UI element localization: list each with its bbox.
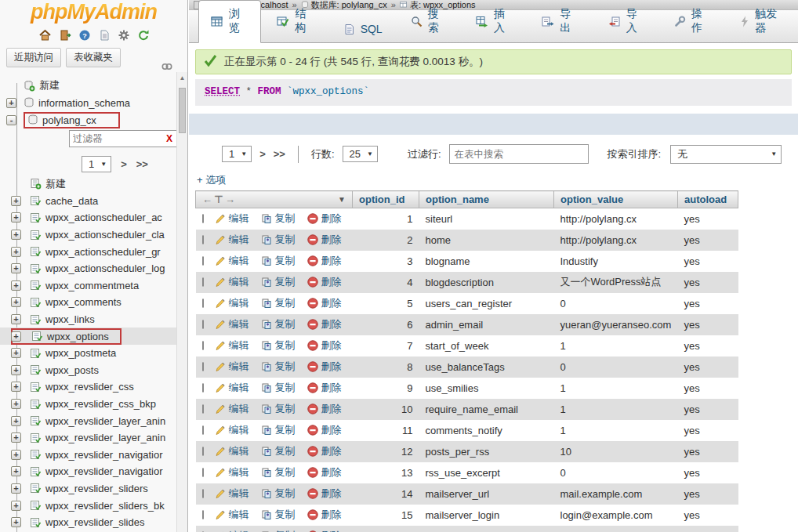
expand-icon[interactable]: + xyxy=(11,331,21,342)
delete-link[interactable]: 删除 xyxy=(307,487,342,501)
expand-icon[interactable]: + xyxy=(11,196,21,206)
tree-table-wpxx_commentmeta[interactable]: +wpxx_commentmeta xyxy=(0,277,176,295)
home-icon[interactable] xyxy=(38,29,52,42)
expand-icon[interactable]: + xyxy=(11,365,21,375)
edit-link[interactable]: 编辑 xyxy=(215,338,249,353)
expand-icon[interactable]: + xyxy=(11,399,21,409)
delete-link[interactable]: 删除 xyxy=(307,233,342,247)
tab-triggers[interactable]: 触发器 xyxy=(727,0,798,42)
row-checkbox[interactable] xyxy=(202,468,204,477)
row-checkbox[interactable] xyxy=(202,425,204,435)
expand-icon[interactable]: + xyxy=(11,247,21,257)
copy-link[interactable]: 复制 xyxy=(261,423,296,437)
row-checkbox[interactable] xyxy=(202,383,204,393)
clear-filter-icon[interactable]: X xyxy=(162,133,176,144)
expand-icon[interactable]: + xyxy=(6,98,16,108)
sql-select-keyword[interactable]: SELECT xyxy=(205,86,240,97)
expand-icon[interactable]: + xyxy=(11,297,21,307)
copy-link[interactable]: 复制 xyxy=(261,360,296,374)
delete-link[interactable]: 删除 xyxy=(307,508,342,522)
row-checkbox[interactable] xyxy=(202,299,204,308)
tree-page-select[interactable]: 1▼ xyxy=(82,156,111,172)
row-checkbox[interactable] xyxy=(202,320,204,329)
delete-link[interactable]: 删除 xyxy=(307,296,342,310)
tree-table-wpxx_actionscheduler_ac[interactable]: +wpxx_actionscheduler_ac xyxy=(0,209,176,226)
copy-link[interactable]: 复制 xyxy=(261,233,296,247)
expand-icon[interactable]: + xyxy=(11,517,21,527)
expand-icon[interactable]: + xyxy=(11,280,21,291)
column-header-option-id[interactable]: option_id xyxy=(353,191,419,208)
tab-operations[interactable]: 操作 xyxy=(662,0,724,42)
logout-icon[interactable] xyxy=(59,29,71,42)
tab-structure[interactable]: 结构 xyxy=(264,0,327,42)
tree-new-database[interactable]: 新建 xyxy=(0,77,176,94)
expand-icon[interactable]: + xyxy=(11,483,21,494)
rows-count-select[interactable]: 25▼ xyxy=(343,146,378,162)
tree-table-wpxx_revslider_layer_anin[interactable]: +wpxx_revslider_layer_anin xyxy=(0,429,176,447)
page-select[interactable]: 1▼ xyxy=(222,146,252,162)
tree-table-wpxx_actionscheduler_log[interactable]: +wpxx_actionscheduler_log xyxy=(0,260,176,277)
edit-link[interactable]: 编辑 xyxy=(215,465,249,480)
tree-table-wpxx_revslider_slides[interactable]: +wpxx_revslider_slides xyxy=(0,514,176,531)
next-page-button[interactable]: > xyxy=(259,148,266,160)
tree-next-page-button[interactable]: > xyxy=(121,158,127,170)
last-page-button[interactable]: >> xyxy=(274,148,285,160)
copy-link[interactable]: 复制 xyxy=(261,254,296,268)
column-reorder-icons[interactable]: ←⊤→ xyxy=(202,194,237,205)
expand-icon[interactable]: + xyxy=(11,450,21,460)
expand-icon[interactable]: + xyxy=(11,466,21,476)
action-column-header[interactable]: ←⊤→▼ xyxy=(196,191,353,208)
edit-link[interactable]: 编辑 xyxy=(215,423,249,437)
row-checkbox[interactable] xyxy=(202,510,204,519)
tree-table-wpxx_comments[interactable]: +wpxx_comments xyxy=(0,294,176,311)
recent-tables-button[interactable]: 近期访问 xyxy=(6,48,61,67)
collapse-icon[interactable]: - xyxy=(6,115,16,125)
edit-link[interactable]: 编辑 xyxy=(215,296,249,310)
scroll-up-icon[interactable]: ▲ xyxy=(177,72,187,81)
delete-link[interactable]: 删除 xyxy=(307,402,342,416)
edit-link[interactable]: 编辑 xyxy=(215,360,249,374)
row-checkbox[interactable] xyxy=(202,362,204,371)
row-checkbox[interactable] xyxy=(202,489,204,498)
copy-link[interactable]: 复制 xyxy=(261,275,296,289)
tab-browse[interactable]: 浏览 xyxy=(198,0,261,43)
copy-link[interactable]: 复制 xyxy=(261,338,296,353)
sort-index-select[interactable]: 无▼ xyxy=(670,145,782,164)
expand-icon[interactable]: + xyxy=(11,501,21,511)
edit-link[interactable]: 编辑 xyxy=(215,402,249,416)
copy-link[interactable]: 复制 xyxy=(261,296,296,310)
row-checkbox[interactable] xyxy=(202,277,204,287)
copy-link[interactable]: 复制 xyxy=(261,317,296,331)
tree-table-wpxx_revslider_css[interactable]: +wpxx_revslider_css xyxy=(0,378,176,396)
edit-link[interactable]: 编辑 xyxy=(215,529,249,532)
tree-table-cache_data[interactable]: +cache_data xyxy=(0,193,176,210)
expand-icon[interactable]: + xyxy=(11,263,21,273)
delete-link[interactable]: 删除 xyxy=(307,529,342,532)
tab-export[interactable]: 导出 xyxy=(529,0,592,42)
delete-link[interactable]: 删除 xyxy=(307,381,342,395)
column-header-option-value[interactable]: option_value xyxy=(554,191,678,208)
edit-link[interactable]: 编辑 xyxy=(215,487,249,501)
edit-link[interactable]: 编辑 xyxy=(215,254,249,268)
delete-link[interactable]: 删除 xyxy=(307,212,342,226)
delete-link[interactable]: 删除 xyxy=(307,317,342,331)
tab-search[interactable]: 搜索 xyxy=(398,0,460,42)
edit-link[interactable]: 编辑 xyxy=(215,444,249,458)
row-checkbox[interactable] xyxy=(202,404,204,414)
row-checkbox[interactable] xyxy=(202,235,204,244)
row-checkbox[interactable] xyxy=(202,214,204,223)
column-header-autoload[interactable]: autoload xyxy=(678,191,738,208)
tree-table-wpxx_revslider_sliders_bk[interactable]: +wpxx_revslider_sliders_bk xyxy=(0,497,176,514)
edit-link[interactable]: 编辑 xyxy=(215,508,249,522)
tree-db-information-schema[interactable]: + information_schema xyxy=(0,94,176,111)
favorite-tables-button[interactable]: 表收藏夹 xyxy=(66,48,121,67)
column-header-option-name[interactable]: option_name xyxy=(419,191,554,208)
edit-link[interactable]: 编辑 xyxy=(215,233,249,247)
tree-table-wpxx_links[interactable]: +wpxx_links xyxy=(0,311,176,328)
options-toggle-link[interactable]: + 选项 xyxy=(197,173,226,187)
tree-new-table[interactable]: 新建 xyxy=(0,176,176,193)
edit-link[interactable]: 编辑 xyxy=(215,381,249,395)
tree-last-page-button[interactable]: >> xyxy=(136,158,148,170)
tree-table-wpxx_postmeta[interactable]: +wpxx_postmeta xyxy=(0,345,176,362)
expand-icon[interactable]: + xyxy=(11,348,21,358)
